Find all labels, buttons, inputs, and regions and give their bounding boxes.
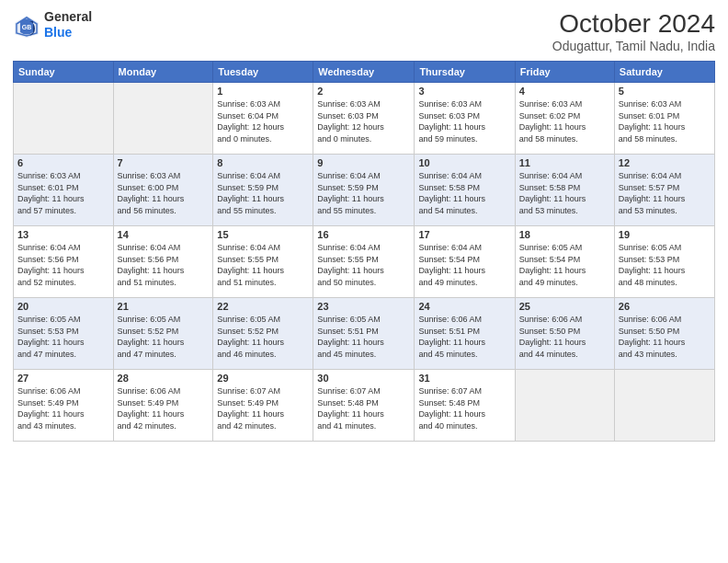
day-number: 3 [418, 86, 510, 97]
day-cell: 9Sunrise: 6:04 AMSunset: 5:59 PMDaylight… [313, 155, 415, 226]
day-info: Sunrise: 6:03 AMSunset: 6:00 PMDaylight:… [118, 170, 210, 216]
day-number: 26 [619, 301, 711, 312]
day-info: Sunrise: 6:04 AMSunset: 5:56 PMDaylight:… [17, 242, 109, 288]
day-cell: 26Sunrise: 6:06 AMSunset: 5:50 PMDayligh… [614, 298, 714, 370]
day-header-wednesday: Wednesday [313, 62, 415, 83]
day-number: 16 [317, 229, 410, 240]
day-info: Sunrise: 6:03 AMSunset: 6:03 PMDaylight:… [317, 98, 410, 144]
logo-icon: GB [13, 14, 40, 36]
day-info: Sunrise: 6:07 AMSunset: 5:48 PMDaylight:… [317, 385, 410, 431]
day-info: Sunrise: 6:06 AMSunset: 5:49 PMDaylight:… [118, 385, 210, 431]
week-row-5: 27Sunrise: 6:06 AMSunset: 5:49 PMDayligh… [14, 370, 715, 442]
day-info: Sunrise: 6:05 AMSunset: 5:52 PMDaylight:… [217, 314, 309, 360]
day-number: 24 [418, 301, 510, 312]
day-number: 30 [317, 373, 410, 384]
header: GB General Blue October 2024 Odugattur, … [13, 9, 715, 53]
day-cell: 14Sunrise: 6:04 AMSunset: 5:56 PMDayligh… [113, 226, 213, 298]
day-number: 29 [217, 373, 309, 384]
day-cell: 13Sunrise: 6:04 AMSunset: 5:56 PMDayligh… [14, 226, 114, 298]
header-row: SundayMondayTuesdayWednesdayThursdayFrid… [14, 62, 715, 83]
day-cell: 2Sunrise: 6:03 AMSunset: 6:03 PMDaylight… [313, 83, 415, 155]
day-info: Sunrise: 6:05 AMSunset: 5:51 PMDaylight:… [317, 314, 410, 360]
day-number: 28 [118, 373, 210, 384]
day-number: 18 [519, 229, 610, 240]
day-number: 10 [418, 157, 510, 168]
day-info: Sunrise: 6:07 AMSunset: 5:49 PMDaylight:… [217, 385, 309, 431]
day-info: Sunrise: 6:05 AMSunset: 5:52 PMDaylight:… [118, 314, 210, 360]
day-cell: 7Sunrise: 6:03 AMSunset: 6:00 PMDaylight… [113, 155, 213, 226]
day-header-sunday: Sunday [14, 62, 114, 83]
day-cell: 28Sunrise: 6:06 AMSunset: 5:49 PMDayligh… [113, 370, 213, 442]
day-number: 2 [317, 86, 410, 97]
day-number: 19 [619, 229, 711, 240]
day-cell: 17Sunrise: 6:04 AMSunset: 5:54 PMDayligh… [415, 226, 515, 298]
day-cell: 6Sunrise: 6:03 AMSunset: 6:01 PMDaylight… [14, 155, 114, 226]
day-cell [515, 370, 614, 442]
subtitle: Odugattur, Tamil Nadu, India [552, 39, 715, 53]
day-number: 22 [217, 301, 309, 312]
day-number: 27 [17, 373, 109, 384]
day-number: 14 [118, 229, 210, 240]
day-cell: 20Sunrise: 6:05 AMSunset: 5:53 PMDayligh… [14, 298, 114, 370]
day-cell: 4Sunrise: 6:03 AMSunset: 6:02 PMDaylight… [515, 83, 614, 155]
day-header-friday: Friday [515, 62, 614, 83]
day-cell: 5Sunrise: 6:03 AMSunset: 6:01 PMDaylight… [614, 83, 714, 155]
day-header-thursday: Thursday [415, 62, 515, 83]
day-cell: 19Sunrise: 6:05 AMSunset: 5:53 PMDayligh… [614, 226, 714, 298]
day-cell: 12Sunrise: 6:04 AMSunset: 5:57 PMDayligh… [614, 155, 714, 226]
day-cell: 22Sunrise: 6:05 AMSunset: 5:52 PMDayligh… [213, 298, 313, 370]
day-number: 15 [217, 229, 309, 240]
day-cell: 25Sunrise: 6:06 AMSunset: 5:50 PMDayligh… [515, 298, 614, 370]
day-number: 8 [217, 157, 309, 168]
day-info: Sunrise: 6:04 AMSunset: 5:59 PMDaylight:… [217, 170, 309, 216]
day-cell: 29Sunrise: 6:07 AMSunset: 5:49 PMDayligh… [213, 370, 313, 442]
day-cell: 30Sunrise: 6:07 AMSunset: 5:48 PMDayligh… [313, 370, 415, 442]
day-info: Sunrise: 6:06 AMSunset: 5:50 PMDaylight:… [519, 314, 610, 360]
day-number: 25 [519, 301, 610, 312]
logo-line1: General [44, 9, 92, 25]
day-cell: 31Sunrise: 6:07 AMSunset: 5:48 PMDayligh… [415, 370, 515, 442]
day-number: 17 [418, 229, 510, 240]
day-number: 9 [317, 157, 410, 168]
day-info: Sunrise: 6:06 AMSunset: 5:51 PMDaylight:… [418, 314, 510, 360]
day-number: 11 [519, 157, 610, 168]
day-cell: 10Sunrise: 6:04 AMSunset: 5:58 PMDayligh… [415, 155, 515, 226]
day-info: Sunrise: 6:04 AMSunset: 5:55 PMDaylight:… [217, 242, 309, 288]
day-cell [113, 83, 213, 155]
day-info: Sunrise: 6:06 AMSunset: 5:50 PMDaylight:… [619, 314, 711, 360]
calendar-table: SundayMondayTuesdayWednesdayThursdayFrid… [13, 61, 715, 442]
day-number: 6 [17, 157, 109, 168]
day-number: 1 [217, 86, 309, 97]
day-number: 21 [118, 301, 210, 312]
day-cell: 3Sunrise: 6:03 AMSunset: 6:03 PMDaylight… [415, 83, 515, 155]
logo-line2: Blue [44, 25, 92, 40]
title-block: October 2024 Odugattur, Tamil Nadu, Indi… [552, 9, 715, 53]
day-cell: 23Sunrise: 6:05 AMSunset: 5:51 PMDayligh… [313, 298, 415, 370]
day-info: Sunrise: 6:03 AMSunset: 6:04 PMDaylight:… [217, 98, 309, 144]
day-info: Sunrise: 6:05 AMSunset: 5:54 PMDaylight:… [519, 242, 610, 288]
day-header-tuesday: Tuesday [213, 62, 313, 83]
day-number: 23 [317, 301, 410, 312]
day-number: 7 [118, 157, 210, 168]
day-number: 13 [17, 229, 109, 240]
month-title: October 2024 [552, 9, 715, 39]
day-info: Sunrise: 6:05 AMSunset: 5:53 PMDaylight:… [17, 314, 109, 360]
day-info: Sunrise: 6:03 AMSunset: 6:03 PMDaylight:… [418, 98, 510, 144]
day-cell: 11Sunrise: 6:04 AMSunset: 5:58 PMDayligh… [515, 155, 614, 226]
day-number: 31 [418, 373, 510, 384]
day-info: Sunrise: 6:06 AMSunset: 5:49 PMDaylight:… [17, 385, 109, 431]
day-info: Sunrise: 6:03 AMSunset: 6:01 PMDaylight:… [17, 170, 109, 216]
logo: GB General Blue [13, 9, 92, 40]
week-row-4: 20Sunrise: 6:05 AMSunset: 5:53 PMDayligh… [14, 298, 715, 370]
logo-text: General Blue [44, 9, 92, 40]
day-header-monday: Monday [113, 62, 213, 83]
day-cell: 27Sunrise: 6:06 AMSunset: 5:49 PMDayligh… [14, 370, 114, 442]
day-cell: 21Sunrise: 6:05 AMSunset: 5:52 PMDayligh… [113, 298, 213, 370]
day-number: 5 [619, 86, 711, 97]
day-info: Sunrise: 6:04 AMSunset: 5:54 PMDaylight:… [418, 242, 510, 288]
page: GB General Blue October 2024 Odugattur, … [0, 0, 728, 563]
svg-text:GB: GB [22, 24, 32, 30]
day-info: Sunrise: 6:04 AMSunset: 5:58 PMDaylight:… [418, 170, 510, 216]
day-number: 20 [17, 301, 109, 312]
day-info: Sunrise: 6:03 AMSunset: 6:01 PMDaylight:… [619, 98, 711, 144]
